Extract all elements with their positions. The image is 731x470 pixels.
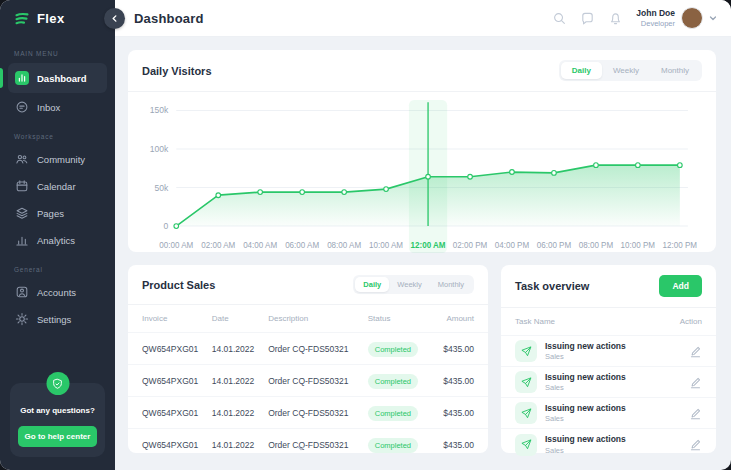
- table-row[interactable]: QW654PXG0114.01.2022Order CQ-FDS50321Com…: [128, 397, 488, 429]
- svg-text:04:00 PM: 04:00 PM: [495, 241, 530, 250]
- svg-text:12:00 PM: 12:00 PM: [663, 241, 698, 250]
- task-title: Issuing new actions: [545, 403, 626, 414]
- visitors-period-tabs: DailyWeeklyMonthly: [559, 60, 702, 81]
- settings-icon: [15, 312, 29, 326]
- cell-status: Completed: [368, 344, 431, 354]
- chevron-down-icon[interactable]: [297, 444, 305, 452]
- daily-visitors-chart[interactable]: 050k100k150k00:00 AM02:00 AM04:00 AM06:0…: [128, 92, 716, 255]
- logo: Flex: [0, 0, 115, 37]
- cell-invoice: QW654PXG01: [142, 376, 212, 386]
- cell-amount: $435.00: [431, 376, 474, 386]
- svg-text:06:00 PM: 06:00 PM: [537, 241, 572, 250]
- task-text: Issuing new actionsSales: [545, 434, 626, 454]
- edit-icon[interactable]: [689, 345, 702, 358]
- sales-col-date: Date: [212, 314, 268, 323]
- cell-invoice: QW654PXG01: [142, 440, 212, 450]
- task-row[interactable]: Issuing new actionsSales: [501, 336, 716, 367]
- status-badge: Completed: [368, 342, 418, 357]
- inbox-icon: [15, 100, 29, 114]
- help-question: Got any questions?: [18, 406, 97, 415]
- task-row[interactable]: Issuing new actionsSales: [501, 429, 716, 460]
- table-row[interactable]: QW654PXG0114.01.2022Order CQ-FDS50321Com…: [128, 429, 488, 461]
- cell-description: Order CQ-FDS50321: [268, 408, 368, 418]
- flex-logo-icon: [14, 11, 30, 27]
- dashboard-icon: [15, 71, 29, 85]
- sidebar-item-accounts[interactable]: Accounts: [8, 279, 107, 305]
- tab-daily[interactable]: Daily: [561, 62, 602, 79]
- cell-date: 14.01.2022: [212, 440, 268, 450]
- sidebar-item-analytics[interactable]: Analytics: [8, 227, 107, 253]
- sidebar-collapse-button[interactable]: [104, 8, 125, 29]
- send-icon: [515, 402, 537, 424]
- avatar: [681, 7, 703, 29]
- task-title: Issuing new actions: [545, 372, 626, 383]
- sales-period-tabs: DailyWeeklyMonthly: [353, 275, 474, 294]
- analytics-icon: [15, 233, 29, 247]
- sidebar: Flex MAIN MENUDashboardInboxWorkspaceCom…: [0, 0, 115, 470]
- svg-text:150k: 150k: [150, 105, 169, 115]
- task-overview-header: Task overview Add: [501, 265, 716, 308]
- sidebar-item-label: Inbox: [37, 102, 60, 113]
- sidebar-item-community[interactable]: Community: [8, 146, 107, 172]
- search-icon[interactable]: [552, 11, 567, 26]
- sales-col-invoice: Invoice: [142, 314, 212, 323]
- tab-daily[interactable]: Daily: [355, 277, 389, 292]
- cell-amount: $435.00: [431, 440, 474, 450]
- svg-text:10:00 PM: 10:00 PM: [621, 241, 656, 250]
- svg-text:02:00 AM: 02:00 AM: [201, 241, 235, 250]
- bell-icon[interactable]: [608, 11, 623, 26]
- shield-icon: [46, 372, 69, 395]
- tasks-col-action: Action: [680, 317, 702, 326]
- task-text: Issuing new actionsSales: [545, 403, 626, 423]
- add-task-button[interactable]: Add: [659, 275, 702, 297]
- sidebar-item-settings[interactable]: Settings: [8, 306, 107, 332]
- task-row[interactable]: Issuing new actionsSales: [501, 398, 716, 429]
- user-menu[interactable]: John Doe Developer: [636, 7, 717, 29]
- user-name: John Doe: [636, 8, 675, 19]
- help-card: Got any questions? Go to help center: [10, 383, 105, 457]
- task-row[interactable]: Issuing new actionsSales: [501, 367, 716, 398]
- task-text: Issuing new actionsSales: [545, 341, 626, 361]
- sidebar-item-pages[interactable]: Pages: [8, 200, 107, 226]
- chevron-left-icon: [111, 15, 118, 22]
- task-subtitle: Sales: [545, 414, 626, 423]
- table-row[interactable]: QW654PXG0114.01.2022Order CQ-FDS50321Com…: [128, 365, 488, 397]
- send-icon: [515, 371, 537, 393]
- sidebar-section-label: MAIN MENU: [14, 50, 101, 57]
- sidebar-section-label: Workspace: [14, 133, 101, 140]
- edit-icon[interactable]: [689, 376, 702, 389]
- send-icon: [515, 434, 537, 456]
- logo-text: Flex: [37, 11, 65, 26]
- product-sales-card: Product Sales DailyWeeklyMonthly Invoice…: [128, 265, 488, 453]
- accounts-icon: [15, 285, 29, 299]
- sidebar-item-label: Community: [37, 154, 85, 165]
- dashboard-content: Daily Visitors DailyWeeklyMonthly 050k10…: [115, 37, 731, 470]
- sidebar-item-label: Calendar: [37, 181, 76, 192]
- sidebar-item-calendar[interactable]: Calendar: [8, 173, 107, 199]
- sidebar-item-inbox[interactable]: Inbox: [8, 94, 107, 120]
- card-title-daily-visitors: Daily Visitors: [142, 65, 212, 77]
- tab-weekly[interactable]: Weekly: [602, 62, 650, 79]
- sidebar-item-dashboard[interactable]: Dashboard: [8, 63, 107, 93]
- cell-status: Completed: [368, 376, 431, 386]
- tab-weekly[interactable]: Weekly: [389, 277, 429, 292]
- send-icon: [515, 340, 537, 362]
- sales-col-description: Description: [268, 314, 368, 323]
- edit-icon[interactable]: [689, 438, 702, 451]
- table-row[interactable]: QW654PXG0114.01.2022Order CQ-FDS50321Com…: [128, 333, 488, 365]
- active-indicator: [0, 68, 3, 88]
- sales-table-header: InvoiceDateDescriptionStatusAmount: [128, 305, 488, 333]
- svg-text:06:00 AM: 06:00 AM: [285, 241, 319, 250]
- edit-icon[interactable]: [689, 407, 702, 420]
- tab-monthly[interactable]: Monthly: [430, 277, 472, 292]
- sidebar-item-label: Analytics: [37, 235, 75, 246]
- task-subtitle: Sales: [545, 383, 626, 392]
- chat-icon[interactable]: [580, 11, 595, 26]
- cell-date: 14.01.2022: [212, 376, 268, 386]
- tab-monthly[interactable]: Monthly: [650, 62, 700, 79]
- svg-text:00:00 AM: 00:00 AM: [159, 241, 193, 250]
- svg-text:100k: 100k: [150, 144, 169, 154]
- help-center-button[interactable]: Go to help center: [18, 426, 97, 447]
- svg-text:08:00 PM: 08:00 PM: [579, 241, 614, 250]
- sidebar-item-label: Accounts: [37, 287, 76, 298]
